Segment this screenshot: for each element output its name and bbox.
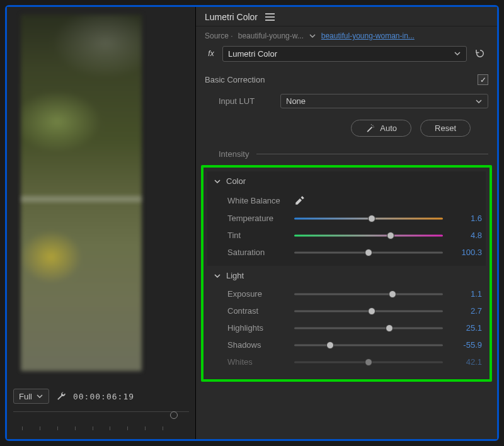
preview-scale-select[interactable]: Full: [13, 389, 49, 404]
shadows-value[interactable]: -55.9: [449, 340, 482, 350]
temperature-value[interactable]: 1.6: [449, 214, 482, 223]
timeline-scrubber[interactable]: [13, 411, 189, 420]
intensity-label: Intensity: [219, 149, 249, 159]
svg-point-1: [371, 124, 372, 125]
effect-select[interactable]: Lumetri Color: [222, 46, 467, 62]
input-lut-label: Input LUT: [219, 96, 274, 106]
input-lut-value: None: [286, 96, 306, 106]
color-group-title: Color: [226, 176, 246, 186]
tint-value[interactable]: 4.8: [449, 231, 482, 240]
preview-scale-label: Full: [19, 392, 32, 401]
saturation-value[interactable]: 100.3: [449, 248, 482, 257]
reset-effect-icon[interactable]: [472, 45, 488, 62]
contrast-slider[interactable]: [294, 307, 443, 316]
effect-name: Lumetri Color: [228, 49, 277, 59]
chevron-down-icon: [454, 50, 461, 57]
whites-slider[interactable]: [294, 358, 443, 367]
playhead-marker[interactable]: [170, 411, 178, 419]
input-lut-select[interactable]: None: [280, 94, 488, 108]
program-monitor: Full 00:00:06:19: [7, 7, 196, 439]
color-group-header[interactable]: Color: [207, 174, 486, 191]
basic-correction-toggle[interactable]: ✓: [478, 74, 488, 85]
annotation-highlight: Color White Balance Temperature 1.6: [201, 165, 492, 382]
highlights-label: Highlights: [227, 323, 288, 333]
contrast-label: Contrast: [227, 306, 288, 316]
temperature-slider[interactable]: [294, 214, 443, 223]
lumetri-panel: Lumetri Color Source · beautiful-young-w…: [196, 7, 497, 439]
saturation-label: Saturation: [227, 248, 288, 257]
clip-link[interactable]: beautiful-young-woman-in...: [321, 31, 415, 40]
white-balance-label: White Balance: [227, 196, 288, 205]
shadows-label: Shadows: [227, 340, 288, 350]
tint-label: Tint: [227, 231, 288, 240]
whites-value[interactable]: 42.1: [449, 357, 482, 367]
saturation-slider[interactable]: [294, 248, 443, 257]
temperature-label: Temperature: [227, 214, 288, 223]
basic-correction-title[interactable]: Basic Correction: [205, 75, 265, 84]
wand-icon: [365, 123, 375, 133]
annotation-arrow-icon: [501, 92, 504, 152]
exposure-value[interactable]: 1.1: [449, 289, 482, 299]
exposure-slider[interactable]: [294, 290, 443, 299]
chevron-down-icon: [475, 98, 483, 105]
highlights-slider[interactable]: [294, 324, 443, 333]
highlights-value[interactable]: 25.1: [449, 323, 482, 333]
reset-label: Reset: [435, 123, 456, 133]
svg-point-2: [374, 127, 374, 127]
chevron-down-icon[interactable]: [309, 32, 316, 40]
chevron-down-icon: [214, 272, 221, 280]
video-preview[interactable]: [21, 14, 142, 371]
panel-menu-icon[interactable]: [265, 13, 275, 21]
chevron-down-icon: [214, 178, 221, 185]
light-group-title: Light: [226, 271, 244, 280]
auto-label: Auto: [380, 123, 397, 133]
source-prefix: Source ·: [205, 31, 233, 40]
source-name: beautiful-young-w...: [238, 31, 304, 40]
contrast-value[interactable]: 2.7: [449, 306, 482, 316]
tint-slider[interactable]: [294, 231, 443, 240]
auto-button[interactable]: Auto: [351, 120, 411, 137]
eyedropper-icon[interactable]: [294, 195, 306, 206]
whites-label: Whites: [227, 357, 288, 367]
light-group-header[interactable]: Light: [207, 268, 486, 285]
reset-button[interactable]: Reset: [420, 120, 471, 137]
intensity-slider[interactable]: [256, 154, 488, 154]
wrench-icon[interactable]: [55, 391, 67, 402]
fx-badge-icon[interactable]: fx: [205, 49, 217, 58]
chevron-down-icon: [36, 392, 43, 400]
exposure-label: Exposure: [227, 289, 288, 299]
svg-point-0: [373, 125, 374, 126]
timecode[interactable]: 00:00:06:19: [73, 392, 134, 401]
shadows-slider[interactable]: [294, 341, 443, 350]
panel-title: Lumetri Color: [205, 12, 258, 22]
